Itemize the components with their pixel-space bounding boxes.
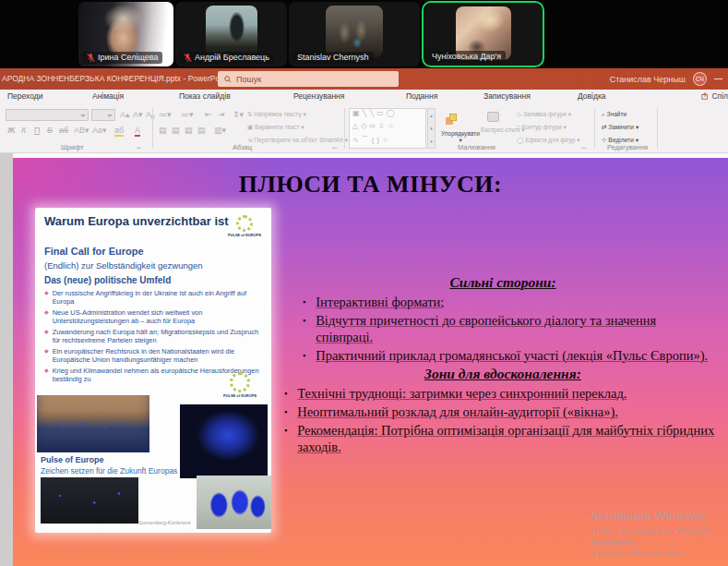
bullet-icon: ▪: [284, 385, 287, 402]
improvements-list: ▪Технічні труднощі: затримки через синхр…: [282, 385, 723, 455]
tab-view[interactable]: Подання: [406, 91, 437, 101]
decrease-font-button[interactable]: А▾: [133, 110, 143, 119]
editing-group-label: Редагування: [607, 143, 648, 151]
italic-button[interactable]: К: [21, 126, 26, 135]
mic-muted-icon: [87, 53, 95, 63]
share-icon: [701, 92, 709, 100]
tab-recording[interactable]: Записування: [483, 91, 531, 101]
strengths-heading: Сильні сторони:: [282, 274, 723, 291]
character-spacing-button[interactable]: АВ▾: [74, 126, 90, 135]
pulse-of-europe-logo-2: PULSE of EUROPE: [216, 372, 264, 398]
participant-tile-3[interactable]: Stanislav Chernysh: [289, 2, 420, 66]
find-button[interactable]: ⌕ Знайти: [602, 111, 627, 118]
search-icon: [224, 76, 232, 83]
shape-fill-button[interactable]: ◇ Заливка фігури ▾: [517, 111, 571, 118]
video-strip: Ірина Селіщева Андрій Бреславець Stanisl…: [0, 0, 728, 68]
watermark-line-1: Активация Windows: [591, 509, 728, 523]
photo-blue-figures: [197, 476, 271, 529]
align-left-button[interactable]: ▤: [159, 126, 167, 135]
participant-name: Чуніховська Дар'я: [432, 52, 501, 62]
change-case-button[interactable]: Аа▾: [92, 126, 107, 135]
account-avatar[interactable]: СЧ: [693, 72, 707, 86]
embedded-bullet: Zuwanderung nach Europa hält an; Migrati…: [53, 328, 262, 344]
shapes-gallery-scroll[interactable]: ▴▾▾: [427, 108, 436, 149]
tab-review[interactable]: Рецензування: [293, 91, 344, 101]
improvements-heading: Зони для вдосконалення:: [282, 366, 723, 382]
slide-canvas: ПЛЮСИ ТА МІНУСИ: Warum Europa unverzicht…: [13, 158, 728, 566]
shape-effects-button[interactable]: ◯ Ефекти для фігур ▾: [517, 137, 580, 144]
replace-button[interactable]: ⇄ Замінити ▾: [602, 124, 638, 131]
strikethrough-button[interactable]: S: [47, 126, 53, 135]
numbering-button[interactable]: ≕▾: [181, 110, 194, 119]
smartart-button[interactable]: ⇲ Перетворити на об'єкт SmartArt ▾: [247, 137, 348, 144]
search-box[interactable]: Пошук: [218, 71, 399, 87]
paragraph-dialog-launcher[interactable]: ⌙: [332, 144, 338, 151]
shape-outline-button[interactable]: □ Контур фігури ▾: [517, 124, 567, 131]
arrange-icon: [449, 114, 457, 121]
photo-eu-flags-demonstration: [37, 395, 149, 452]
drawing-dialog-launcher[interactable]: ⌙: [581, 144, 587, 151]
bold-button[interactable]: Ж: [7, 126, 15, 135]
account-name[interactable]: Станислав Черныш: [610, 75, 686, 84]
participant-name: Ірина Селіщева: [98, 53, 158, 63]
strength-item: Інтерактивні формати;: [316, 294, 444, 310]
participant-tile-1[interactable]: Ірина Селіщева: [78, 2, 173, 66]
participant-tile-4-active-speaker[interactable]: Чуніховська Дар'я: [422, 1, 544, 67]
increase-indent-button[interactable]: ⇥: [218, 110, 225, 119]
pulse-of-europe-logo: PULSE of EUROPE: [223, 215, 266, 237]
align-text-button[interactable]: ▣ Вирівняти текст ▾: [247, 124, 304, 131]
pulse-of-europe-logo-icon: [236, 215, 253, 232]
clear-formatting-button[interactable]: Аᵨ: [146, 110, 154, 119]
participant-label-1: Ірина Селіщева: [82, 52, 162, 64]
embedded-heading-3: Das (neue) politische Umfeld: [44, 275, 171, 285]
participant-label-4: Чуніховська Дар'я: [427, 51, 506, 63]
paragraph-group-label: Абзац: [233, 143, 252, 151]
align-center-button[interactable]: ▤: [172, 126, 180, 135]
share-button[interactable]: Спіл: [701, 91, 728, 101]
bullet-icon: ▪: [303, 312, 305, 345]
drawing-group-label: Малювання: [458, 143, 495, 151]
photo-blue-building-night: [180, 404, 268, 478]
increase-font-button[interactable]: А▴: [120, 110, 130, 119]
watermark-line-3: в раздел «Параметры».: [591, 548, 728, 559]
shape-icons-row-1[interactable]: ▣╲╲▭◯: [352, 109, 398, 117]
photo-crowd-dark: [41, 477, 138, 524]
font-size-combo[interactable]: [91, 109, 115, 121]
arrange-button[interactable]: Упорядкувати▾: [441, 130, 480, 144]
pulse-of-europe-logo-icon: [230, 372, 250, 392]
tab-help[interactable]: Довідка: [578, 91, 606, 101]
align-right-button[interactable]: ▤: [185, 126, 193, 135]
justify-button[interactable]: ▤: [197, 126, 206, 135]
highlight-color-button[interactable]: аб: [114, 126, 124, 137]
line-spacing-button[interactable]: ⇕▾: [233, 110, 244, 119]
improvement-item: Неоптимальний розклад для онлайн-аудитор…: [297, 403, 618, 420]
share-label: Спіл: [711, 91, 728, 101]
ribbon: А▴ А▾ Аᵨ Ж К П S аб АВ▾ Аа▾ аб А Шрифт ⌙…: [0, 104, 728, 153]
search-placeholder: Пошук: [236, 75, 261, 84]
font-dialog-launcher[interactable]: ⌙: [137, 144, 142, 151]
participant-tile-2[interactable]: Андрій Бреславець: [175, 2, 287, 66]
tab-animations[interactable]: Анімація: [92, 91, 124, 101]
embedded-bullet: Der russische Angriffskrieg in der Ukrai…: [53, 289, 262, 306]
tab-transitions[interactable]: Переходи: [7, 91, 43, 101]
shape-icons-row-3[interactable]: ∿⌒{}☆: [352, 135, 391, 145]
participant-avatar-2: [206, 6, 257, 57]
watermark-line-2: Чтобы активировать Windows, перейдите: [591, 525, 728, 548]
shape-icons-row-2[interactable]: △◇⇨⇩☆: [352, 122, 397, 130]
ribbon-tab-bar: Переходи Анімація Показ слайдів Рецензув…: [0, 90, 728, 104]
decrease-indent-button[interactable]: ⇤: [205, 110, 212, 119]
minimize-icon[interactable]: [714, 78, 722, 79]
underline-button[interactable]: П: [34, 126, 40, 135]
font-name-combo[interactable]: [6, 109, 89, 121]
font-group-label: Шрифт: [61, 143, 84, 151]
font-color-button[interactable]: А: [135, 126, 140, 137]
columns-button[interactable]: ▥▾: [214, 126, 226, 135]
tab-slideshow[interactable]: Показ слайдів: [179, 91, 231, 101]
text-direction-button[interactable]: ⇅ Напрямок тексту ▾: [247, 111, 306, 118]
text-shadow-button[interactable]: аб: [59, 126, 68, 135]
participant-label-2: Андрій Бреславець: [179, 52, 274, 64]
bullets-button[interactable]: ≔▾: [159, 110, 172, 119]
embedded-slide-title: Warum Europa unverzichtbar ist: [44, 214, 229, 228]
bullet-icon: ▪: [303, 347, 305, 364]
embedded-bullet: Neue US-Administration wendet sich weltw…: [53, 308, 262, 325]
